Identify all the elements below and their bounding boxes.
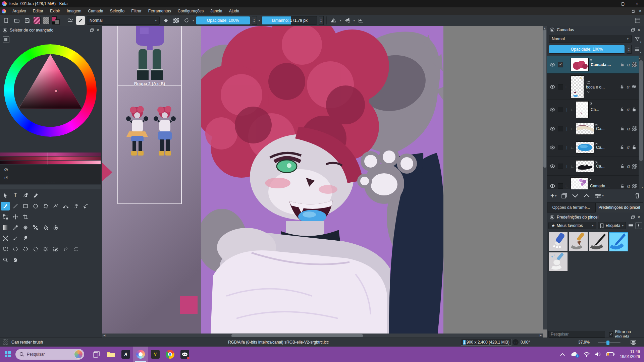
reload-preset-button[interactable] [182,16,191,25]
splitter-handle[interactable]: •••••• [46,180,56,183]
scroll-down-icon[interactable]: ▾ [640,185,643,189]
tool-move[interactable] [11,213,20,221]
inherit-alpha-icon[interactable] [632,184,637,188]
layer-row[interactable]: |∟ Ca... α [547,100,643,119]
taskbar-clock[interactable]: 11:46 19/01/2026 [620,349,640,359]
tool-freehand-path[interactable] [71,202,80,210]
tool-ellipse-select[interactable] [11,245,20,253]
tool-calligraphy[interactable] [31,191,40,200]
pattern-swatch[interactable] [42,17,50,24]
tool-measure[interactable] [11,234,20,243]
menu-imagem[interactable]: Imagem [64,8,84,14]
tool-rect-select[interactable] [1,245,10,253]
tool-select-by-color[interactable] [51,245,60,253]
inherit-alpha-icon[interactable] [632,164,637,169]
layer-opacity-spinner[interactable]: ▴▾ [627,45,632,54]
layer-checkbox[interactable] [558,126,563,131]
size-spinner[interactable]: ▴▾ [319,16,324,25]
layer-visibility-icon[interactable] [549,183,556,189]
alpha-lock-icon[interactable]: α [627,163,630,169]
menu-exibir[interactable]: Exibir [47,8,63,14]
document-canvas[interactable] [201,26,443,334]
eraser-mode-button[interactable] [161,16,170,25]
tool-text[interactable]: T [11,191,20,200]
chevron-down-icon[interactable]: ▾ [193,19,194,22]
chevron-down-icon[interactable]: ▾ [354,19,355,22]
display-mode-button[interactable] [635,222,642,229]
layer-row[interactable]: ✓ ∟ Camada ... α [547,56,643,74]
brush-preset-selected[interactable] [609,232,628,251]
layer-visibility-icon[interactable] [549,83,556,90]
tool-freehand-select[interactable] [31,245,40,253]
duplicate-layer-button[interactable] [561,193,567,199]
layer-lock-icon[interactable] [620,62,625,67]
new-document-button[interactable] [2,16,11,25]
layer-thumbnail[interactable] [576,123,594,135]
layer-visibility-icon[interactable] [549,163,556,170]
layer-locked-icon[interactable] [632,145,637,150]
taskbar-art-app[interactable]: A [118,347,133,362]
tool-freehand-brush[interactable] [1,202,10,210]
alpha-lock-icon[interactable]: α [627,107,630,112]
tool-crop[interactable] [21,213,30,221]
document-size-field[interactable]: 1 .900 x 2.400 (428,1 MiB) [461,339,512,346]
brush-search-input[interactable] [548,331,605,338]
minimize-button[interactable]: – [602,0,616,7]
taskbar-discord[interactable] [177,347,192,362]
close-button[interactable]: × [630,0,644,7]
taskbar-chrome[interactable] [163,347,177,362]
tool-fill[interactable] [41,223,50,232]
tool-smart-patch[interactable] [21,223,30,232]
menu-camada[interactable]: Camada [85,8,106,14]
close-docker-icon[interactable]: × [638,215,640,220]
scroll-up-icon[interactable]: ▴ [639,57,640,60]
float-docker-icon[interactable] [631,215,635,220]
subwindow-restore-icon[interactable] [631,9,636,13]
open-document-button[interactable] [12,16,21,25]
inherit-alpha-icon[interactable] [632,62,637,67]
onedrive-icon[interactable]: i [570,352,578,357]
tool-edit-shapes[interactable] [21,191,30,200]
docker-lock-icon[interactable] [3,28,7,33]
scroll-left-icon[interactable]: ◀ [102,334,106,338]
brush-size-slider[interactable]: Tamanho: 171,79 px [262,16,317,25]
layer-checkbox[interactable] [558,164,563,169]
brush-option-slider-icon[interactable] [66,16,74,25]
tool-similar-color-select[interactable] [41,245,50,253]
layer-row[interactable]: |∟ Ca... α [547,157,643,176]
layer-lock-icon[interactable] [620,145,625,150]
layer-checkbox[interactable] [558,107,563,112]
wrap-around-mode-button[interactable] [357,16,365,25]
layer-opacity-slider[interactable]: Opacidade: 100% [549,45,625,54]
tool-polyline[interactable] [51,202,60,210]
gradient-swatch[interactable] [33,17,41,24]
filter-tag-checkbox[interactable]: ✓ [609,332,613,337]
chevron-down-icon[interactable]: ▾ [259,19,260,22]
layer-checkbox[interactable] [558,84,563,89]
favorites-dropdown[interactable]: ★ Meus favoritos ▾ [548,222,596,229]
docker-lock-icon[interactable] [550,27,554,32]
layer-lock-icon[interactable] [620,84,625,89]
alpha-lock-icon[interactable]: α [627,84,630,89]
layer-visibility-icon[interactable] [549,144,556,151]
add-layer-button[interactable]: +▾ [550,192,556,200]
layer-thumbnail[interactable] [576,101,589,118]
layer-lock-icon[interactable] [620,183,625,188]
preserve-alpha-button[interactable] [172,16,180,25]
close-docker-icon[interactable]: × [638,27,640,33]
docker-splitter[interactable] [0,185,101,189]
layer-checkbox[interactable] [558,183,563,189]
layer-checkbox[interactable]: ✓ [558,62,563,67]
layer-thumbnail[interactable] [571,177,588,190]
tool-bezier-curve[interactable] [61,202,70,210]
taskbar-task-view[interactable] [89,347,104,362]
taskbar-search[interactable]: Pesquisar [15,349,84,360]
vertical-scroll-thumb[interactable] [543,29,546,168]
layer-group-row[interactable]: ∟ boca e o... α [547,74,643,100]
zoom-slider-handle[interactable] [606,341,609,345]
menu-editar[interactable]: Editar [30,8,46,14]
scroll-right-icon[interactable]: ▶ [539,334,543,338]
docker-lock-icon[interactable] [550,215,554,220]
alpha-lock-icon[interactable]: α [627,183,630,189]
move-layer-up-button[interactable] [583,193,590,198]
